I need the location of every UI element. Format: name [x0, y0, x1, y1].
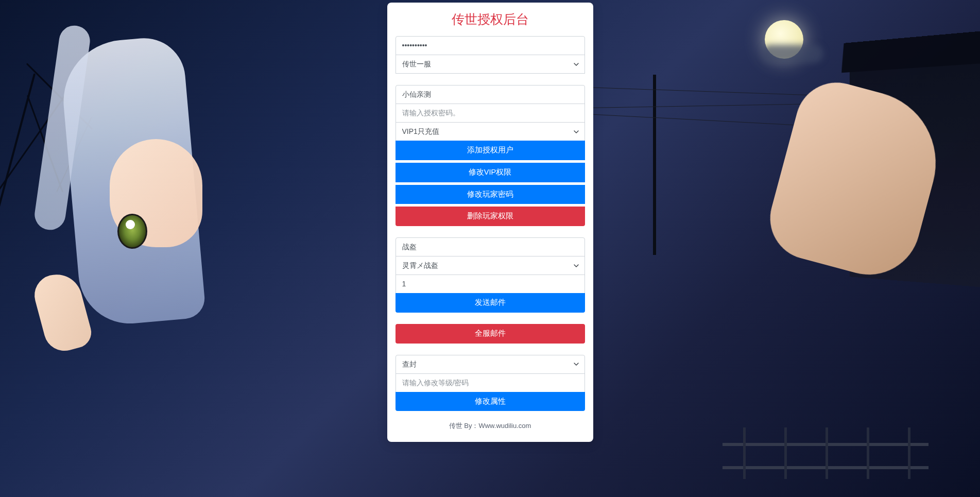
username-input[interactable]: [396, 85, 585, 104]
global-mail-button[interactable]: 全服邮件: [396, 324, 585, 344]
add-auth-user-button[interactable]: 添加授权用户: [396, 141, 585, 160]
global-mail-group: 全服邮件: [396, 324, 585, 344]
modify-player-password-button[interactable]: 修改玩家密码: [396, 185, 585, 204]
send-mail-button[interactable]: 发送邮件: [396, 293, 585, 313]
vip-level-select[interactable]: VIP1只充值: [396, 122, 585, 141]
item-name-input[interactable]: [396, 237, 585, 256]
user-auth-group: VIP1只充值 添加授权用户 修改VIP权限 修改玩家密码 删除玩家权限: [396, 85, 585, 226]
action-select[interactable]: 查封: [396, 355, 585, 374]
footer-credit: 传世 By：Www.wudiliu.com: [396, 414, 585, 434]
mail-item-group: 灵霄メ战盔 发送邮件: [396, 237, 585, 313]
auth-group: 传世一服: [396, 36, 585, 74]
item-select[interactable]: 灵霄メ战盔: [396, 256, 585, 275]
level-password-input[interactable]: [396, 373, 585, 392]
modify-attr-group: 查封 修改属性: [396, 355, 585, 412]
admin-panel: 传世授权后台 传世一服 VIP1只充值 添加授权用户 修改VIP权限 修改玩家密…: [387, 3, 593, 442]
server-select[interactable]: 传世一服: [396, 55, 585, 74]
modify-vip-button[interactable]: 修改VIP权限: [396, 163, 585, 182]
authcode-input[interactable]: [396, 104, 585, 123]
anime-character-graphic: [0, 0, 392, 497]
page-title: 传世授权后台: [396, 11, 585, 28]
delete-player-perm-button[interactable]: 删除玩家权限: [396, 207, 585, 226]
cloud-graphic: [762, 45, 823, 63]
item-quantity-input[interactable]: [396, 275, 585, 294]
modify-attribute-button[interactable]: 修改属性: [396, 392, 585, 412]
fence-graphic: [723, 420, 929, 497]
admin-password-input[interactable]: [396, 36, 585, 55]
